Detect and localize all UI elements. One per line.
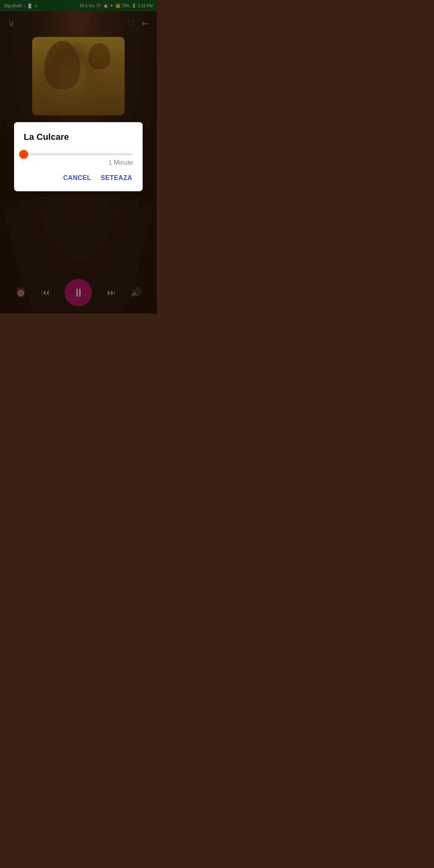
- dialog-overlay: La Culcare 1 Minute CANCEL SETEAZA: [0, 0, 157, 313]
- cancel-button[interactable]: CANCEL: [62, 173, 92, 183]
- slider-track: [24, 154, 133, 155]
- confirm-button[interactable]: SETEAZA: [100, 173, 133, 183]
- slider-value-label: 1 Minute: [24, 159, 133, 166]
- timer-slider-container[interactable]: [24, 154, 133, 155]
- dialog-actions: CANCEL SETEAZA: [24, 173, 133, 183]
- dialog-title: La Culcare: [24, 132, 133, 142]
- sleep-timer-dialog: La Culcare 1 Minute CANCEL SETEAZA: [14, 122, 143, 191]
- slider-thumb[interactable]: [19, 150, 28, 159]
